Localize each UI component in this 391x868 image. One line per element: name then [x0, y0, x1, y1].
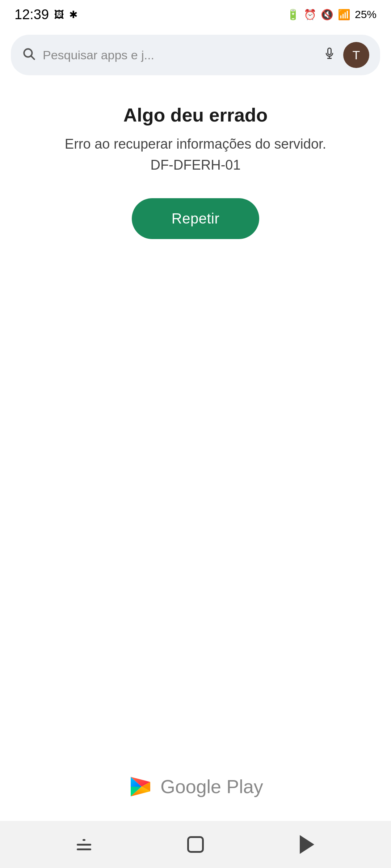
- mute-icon: 🔇: [321, 9, 333, 21]
- alarm-icon: ⏰: [304, 9, 316, 21]
- status-right: 🔋 ⏰ 🔇 📶 25%: [287, 8, 377, 21]
- battery-save-icon: 🔋: [287, 9, 299, 21]
- svg-line-1: [31, 56, 34, 59]
- search-bar[interactable]: Pesquisar apps e j... T: [11, 35, 380, 75]
- error-message: Erro ao recuperar informações do servido…: [65, 135, 326, 154]
- nav-bar: [0, 821, 391, 868]
- gallery-icon: 🖼: [54, 9, 64, 21]
- error-code: DF-DFERH-01: [150, 157, 240, 173]
- search-placeholder[interactable]: Pesquisar apps e j...: [43, 48, 316, 62]
- bluetooth-icon: ✱: [69, 9, 77, 21]
- bottom-area: Google Play: [0, 774, 391, 821]
- back-button[interactable]: [300, 835, 314, 854]
- avatar-letter: T: [353, 48, 360, 62]
- wifi-icon: 📶: [338, 9, 350, 21]
- google-play-label: Google Play: [160, 776, 263, 797]
- status-time: 12:39: [14, 7, 49, 22]
- search-icon: [22, 47, 35, 64]
- google-play-branding: Google Play: [128, 774, 263, 799]
- play-store-logo: [128, 774, 153, 799]
- mic-icon[interactable]: [323, 47, 336, 63]
- home-button[interactable]: [187, 836, 204, 853]
- main-content: Algo deu errado Erro ao recuperar inform…: [0, 82, 391, 774]
- battery-percent: 25%: [355, 8, 377, 21]
- retry-button[interactable]: Repetir: [132, 198, 259, 239]
- status-left: 12:39 🖼 ✱: [14, 7, 77, 22]
- avatar[interactable]: T: [343, 42, 369, 68]
- recent-apps-button[interactable]: [77, 839, 91, 850]
- search-bar-container: Pesquisar apps e j... T: [0, 29, 391, 82]
- error-title: Algo deu errado: [123, 104, 268, 126]
- status-bar: 12:39 🖼 ✱ 🔋 ⏰ 🔇 📶 25%: [0, 0, 391, 29]
